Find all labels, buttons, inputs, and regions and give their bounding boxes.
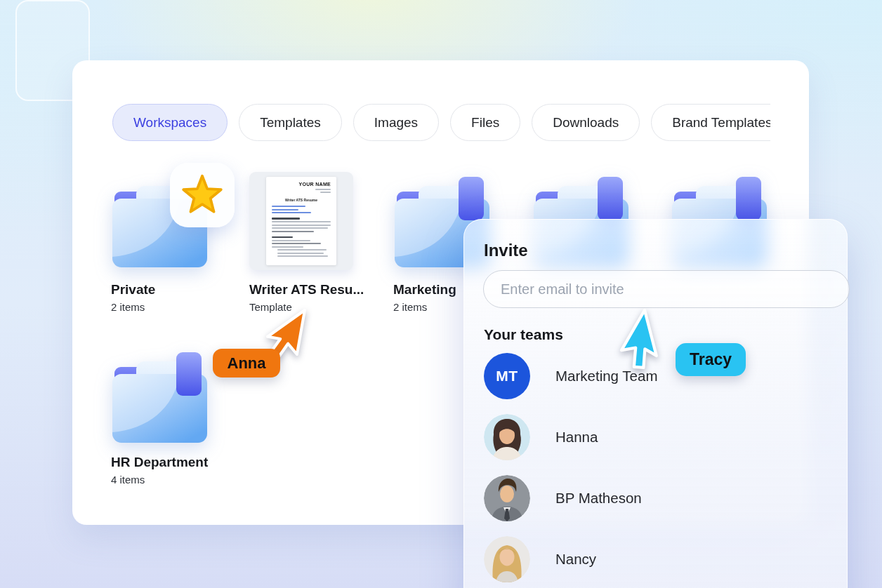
folder-card-private[interactable]: Private 2 items [111, 168, 251, 319]
avatar-hanna [484, 414, 530, 460]
favorite-star-badge[interactable] [170, 163, 235, 227]
team-row-bp-matheson[interactable]: BP Matheson [484, 475, 814, 521]
team-row-hanna[interactable]: Hanna [484, 414, 814, 460]
tab-workspaces[interactable]: Workspaces [112, 104, 228, 141]
template-title: Writer ATS Resu... [249, 282, 364, 298]
invite-email-input[interactable] [483, 270, 850, 308]
tab-files[interactable]: Files [450, 104, 520, 141]
team-name: Nancy [555, 551, 596, 568]
folder-title: Private [111, 282, 155, 298]
folder-icon [111, 352, 209, 443]
avatar-nancy [484, 536, 530, 582]
team-name: Hanna [555, 429, 598, 446]
cursor-anna-label: Anna [213, 349, 280, 377]
resume-doc-name: YOUR NAME [272, 182, 331, 187]
cursor-tracy-label: Tracy [676, 343, 746, 376]
your-teams-heading: Your teams [484, 326, 563, 343]
tab-templates[interactable]: Templates [239, 104, 342, 141]
resume-doc-heading: Writer ATS Resume [272, 198, 331, 202]
folder-count: 2 items [393, 301, 427, 313]
folder-title: Marketing [393, 282, 456, 298]
resume-thumbnail: YOUR NAME Writer ATS Resume [249, 172, 353, 270]
folder-count: 4 items [111, 474, 145, 486]
invite-title: Invite [484, 241, 528, 260]
team-row-nancy[interactable]: Nancy [484, 536, 814, 582]
favorite-star-icon [180, 173, 224, 217]
folder-count: 2 items [111, 301, 145, 313]
avatar-bp-matheson [484, 475, 530, 521]
background: Workspaces Templates Images Files Downlo… [0, 0, 882, 588]
avatar-marketing-team: MT [484, 353, 530, 399]
folder-title: HR Department [111, 455, 208, 470]
tab-images[interactable]: Images [353, 104, 439, 141]
tab-bar: Workspaces Templates Images Files Downlo… [112, 104, 770, 142]
tab-downloads[interactable]: Downloads [532, 104, 640, 141]
invite-panel: Invite Your teams MT Marketing Team Hann… [463, 219, 848, 588]
resume-page: YOUR NAME Writer ATS Resume [266, 177, 336, 265]
template-card-writer-ats[interactable]: YOUR NAME Writer ATS Resume [249, 168, 390, 319]
team-name: BP Matheson [555, 490, 642, 507]
tab-brand-templates[interactable]: Brand Templates [651, 104, 770, 141]
